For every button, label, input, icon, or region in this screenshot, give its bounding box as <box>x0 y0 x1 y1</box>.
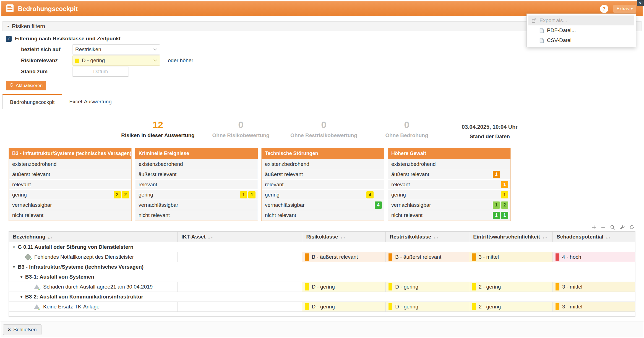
panel-row-u-erst-relevant[interactable]: äußerst relevant <box>9 169 131 179</box>
settings-icon[interactable] <box>620 225 625 230</box>
plus-icon[interactable] <box>592 225 596 230</box>
panel-row-nicht-relevant[interactable]: nicht relevant <box>135 210 258 220</box>
check-icon: ✓ <box>29 257 32 261</box>
risk-row-keine-ersatz-tk-anlage[interactable]: ✓Keine Ersatz-TK-AnlageD - geringD - ger… <box>9 302 635 312</box>
menu-item-label: Export als... <box>539 17 567 23</box>
risk-panel-kriminelle-ereignisse: Kriminelle Ereignisseexistenzbedrohendäu… <box>135 148 258 221</box>
menu-item-pdf-datei[interactable]: PDF-Datei... <box>528 25 634 35</box>
column-header-label: Bezeichnung <box>13 234 45 240</box>
minus-icon[interactable] <box>601 225 606 230</box>
panel-row-relevant[interactable]: relevant <box>262 180 384 189</box>
panel-row-vernachl-ssigbar[interactable]: vernachlässigbar4 <box>262 200 384 210</box>
app-title: Bedrohungscockpit <box>18 5 78 13</box>
risk-triangle-icon: ✓ <box>34 284 40 290</box>
count-badge: 2 <box>114 191 121 198</box>
panel-row-vernachl-ssigbar[interactable]: vernachlässigbar <box>135 200 258 210</box>
help-button[interactable]: ? <box>600 5 608 13</box>
class-color-marker <box>472 253 476 261</box>
search-icon[interactable] <box>610 225 615 230</box>
collapse-caret-icon[interactable]: ▾ <box>13 265 15 269</box>
column-header-ikt-asset[interactable]: IKT-Asset▲▼ <box>177 232 302 242</box>
panel-row-nicht-relevant[interactable]: nicht relevant <box>262 210 384 220</box>
panel-row-existenzbedrohend[interactable]: existenzbedrohend <box>135 159 258 169</box>
panel-row-u-erst-relevant[interactable]: äußerst relevant <box>135 169 258 179</box>
tab-excel-auswertung[interactable]: Excel-Auswertung <box>62 95 119 109</box>
column-header-restrisikoklasse[interactable]: Restrisikoklasse▲▼ <box>386 232 469 242</box>
group-row-b3-1-ausfall-von-systemen[interactable]: ▾B3-1: Ausfall von Systemen <box>9 272 635 282</box>
stat-value: 0 <box>282 117 365 130</box>
class-cell-text: 3 - mittel <box>479 254 499 260</box>
titlebar-right: ? Extras ▾ <box>600 5 636 13</box>
panel-row-gering[interactable]: gering22 <box>9 190 131 200</box>
refresh-button[interactable]: Aktualisieren <box>6 81 46 90</box>
stat-value: 12 <box>116 117 199 130</box>
risk-row-label: Fehlendes Notfallkonzept des Dienstleist… <box>34 254 134 260</box>
sort-icon: ▲▼ <box>48 236 53 239</box>
yellow-color-chip <box>75 59 79 63</box>
risk-panel-b3-infrastruktur-systeme-technisches-versagen: B3 - Infrastruktur/Systeme (technisches … <box>9 148 132 221</box>
count-badge: 1 <box>493 171 500 178</box>
panel-row-relevant[interactable]: relevant <box>135 180 258 189</box>
menu-item-export-als[interactable]: Export als... <box>528 15 634 25</box>
collapse-caret-icon[interactable]: ▾ <box>20 275 22 279</box>
relevance-field-row: Risikorelevanz D - gering oder höher <box>21 56 644 65</box>
sort-icon: ▲▼ <box>606 236 611 239</box>
risk-row-fehlendes-notfallkonzept-des-dienstleister[interactable]: ✓Fehlendes Notfallkonzept des Dienstleis… <box>9 252 635 262</box>
stat-risiken-in-dieser-auswertung: 12Risiken in dieser Auswertung <box>116 117 199 140</box>
group-row-b3-infrastruktur-systeme-technisches-versagen[interactable]: ▾B3 - Infrastruktur/Systeme (technisches… <box>9 262 635 272</box>
collapse-caret-icon[interactable]: ▾ <box>20 295 22 299</box>
panel-row-nicht-relevant[interactable]: nicht relevant11 <box>388 210 510 220</box>
risikoklasse-cell: D - gering <box>302 302 386 312</box>
risk-panel-h-here-gewalt: Höhere Gewaltexistenzbedrohendäußerst re… <box>388 148 511 221</box>
panel-row-u-erst-relevant[interactable]: äußerst relevant1 <box>388 169 510 179</box>
panel-row-relevant[interactable]: relevant1 <box>388 180 510 189</box>
date-input[interactable] <box>72 67 129 77</box>
panel-row-relevant[interactable]: relevant <box>9 180 131 189</box>
panel-row-existenzbedrohend[interactable]: existenzbedrohend <box>262 159 384 169</box>
extras-button[interactable]: Extras ▾ <box>613 5 636 13</box>
group-row-b3-2-ausfall-von-kommunikationsinfrastruktur[interactable]: ▾B3-2: Ausfall von Kommunikationsinfrast… <box>9 292 635 302</box>
count-badge: 2 <box>501 201 508 209</box>
stat-label: Risiken in dieser Auswertung <box>116 132 199 138</box>
group-row-g-0-11-ausfall-oder-st-rung-von-dienstleistern[interactable]: ▾G 0.11 Ausfall oder Störung von Dienstl… <box>9 242 635 252</box>
menu-item-label: CSV-Datei <box>547 37 572 43</box>
panel-row-existenzbedrohend[interactable]: existenzbedrohend <box>9 159 131 169</box>
restrisikoklasse-cell: B - äußerst relevant <box>386 252 469 262</box>
count-badge: 1 <box>240 191 247 198</box>
stats-row: 12Risiken in dieser Auswertung0Ohne Risi… <box>116 117 644 140</box>
panel-row-label: vernachlässigbar <box>265 202 365 208</box>
refresh-icon[interactable] <box>629 225 634 230</box>
column-header-risikoklasse[interactable]: Risikoklasse▲▼ <box>302 232 386 242</box>
class-cell-text: D - gering <box>312 304 335 310</box>
collapse-caret-icon[interactable]: ▾ <box>13 245 15 249</box>
column-header-eintrittswahrscheinlichkeit[interactable]: Eintrittswahrscheinlichkeit▲▼ <box>469 232 553 242</box>
class-color-marker <box>305 283 309 290</box>
chevron-down-icon <box>153 48 157 51</box>
column-header-bezeichnung[interactable]: Bezeichnung▲▼ <box>9 232 178 242</box>
panel-row-nicht-relevant[interactable]: nicht relevant <box>9 210 131 220</box>
filter-checkbox[interactable]: ✓ <box>6 36 12 42</box>
panel-row-gering[interactable]: gering4 <box>262 190 384 200</box>
sort-icon: ▲▼ <box>208 236 213 239</box>
column-header-label: Risikoklasse <box>306 234 338 240</box>
panel-row-vernachl-ssigbar[interactable]: vernachlässigbar <box>9 200 131 210</box>
scope-select[interactable]: Restrisiken <box>72 44 160 54</box>
class-color-marker <box>305 253 309 261</box>
panel-row-gering[interactable]: gering1 <box>388 190 510 200</box>
panel-row-existenzbedrohend[interactable]: existenzbedrohend <box>388 159 510 169</box>
relevance-select[interactable]: D - gering <box>72 56 160 65</box>
count-badge: 1 <box>493 212 500 219</box>
panel-row-u-erst-relevant[interactable]: äußerst relevant <box>262 169 384 179</box>
close-button[interactable]: × Schließen <box>3 324 41 335</box>
panel-row-label: nicht relevant <box>391 212 492 218</box>
menu-item-csv-datei[interactable]: CSV-Datei <box>528 35 634 45</box>
risk-row-schaden-durch-ausfall-agree21-am-30-04-2019[interactable]: ✓Schaden durch Ausfall agree21 am 30.04.… <box>9 282 635 292</box>
panel-row-label: nicht relevant <box>12 212 113 218</box>
column-header-schadenspotential[interactable]: Schadenspotential▲▼ <box>553 232 635 242</box>
export-icon <box>532 18 536 23</box>
panel-row-gering[interactable]: gering11 <box>135 190 258 200</box>
tab-bedrohungscockpit[interactable]: Bedrohungscockpit <box>2 94 62 109</box>
panel-row-vernachl-ssigbar[interactable]: vernachlässigbar12 <box>388 200 510 210</box>
window-close-button[interactable]: × <box>637 0 644 6</box>
risikoklasse-cell: D - gering <box>302 282 386 292</box>
